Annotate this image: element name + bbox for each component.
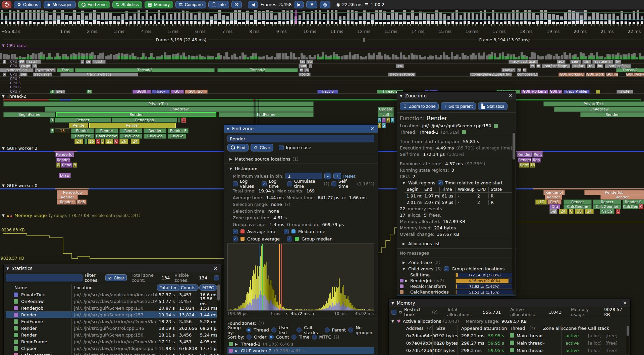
col-mtpc-button[interactable]: MTPC xyxy=(199,284,217,291)
next-frame-button[interactable]: ▶ xyxy=(294,1,304,8)
zone[interactable]: EndFrame xyxy=(219,112,314,117)
clear-button[interactable]: ⊘Clear xyxy=(251,144,273,151)
child-zone-row[interactable]: RecalcTransform72.92 µs (1.62%) xyxy=(400,283,513,289)
zone[interactable]: sel xyxy=(19,73,28,77)
zone[interactable]: Render xyxy=(119,128,142,133)
close-icon[interactable]: × xyxy=(507,93,513,99)
zone[interactable]: surfacefling xyxy=(0,68,34,72)
statistics-button[interactable]: ⇅Statistics xyxy=(112,1,142,8)
restrict-time-checkbox[interactable] xyxy=(391,310,396,315)
child-zone-row[interactable]: Submit35.63 µs (0.79%) xyxy=(400,295,513,296)
zone[interactable]: s xyxy=(309,64,312,68)
group-children-checkbox[interactable]: ✓ xyxy=(444,266,449,271)
zone[interactable]: Render xyxy=(55,118,111,123)
zone[interactable]: Render xyxy=(600,195,644,200)
close-icon[interactable]: × xyxy=(213,265,218,271)
group-by-radio-thread[interactable] xyxy=(246,327,251,332)
messages-button[interactable]: ◆Messages xyxy=(44,1,75,8)
zone[interactable]: Rencer xyxy=(564,199,592,205)
zone[interactable]: tracy_sysn xyxy=(33,73,52,77)
zone[interactable]: racy_systrace xyxy=(508,60,538,64)
zone[interactable]: RenderJob xyxy=(112,118,177,123)
statistics-row[interactable]: Renderjni/../jni/src/guif/Screen.cpp:150… xyxy=(6,331,219,338)
zone[interactable] xyxy=(85,139,87,144)
zone[interactable]: CalcGeo xyxy=(71,134,94,139)
zone[interactable]: Thread-2 xyxy=(616,68,644,72)
time-relative-checkbox[interactable]: ✓ xyxy=(438,180,443,185)
zone[interactable]: BeginFrame xyxy=(3,112,55,117)
zone[interactable]: 99 xyxy=(19,60,25,64)
zone[interactable]: composer@ xyxy=(517,73,538,77)
zone[interactable]: (au xyxy=(300,60,305,64)
alloc-callstack-free[interactable]: [free] xyxy=(605,333,618,338)
group-by-radio-parent[interactable] xyxy=(325,327,330,332)
zone[interactable]: x xyxy=(3,73,6,77)
zone[interactable]: Th xyxy=(50,90,55,94)
frame-label-right[interactable]: Frame 3,194 (13.92 ms) xyxy=(368,37,641,42)
zone[interactable]: 9 xyxy=(73,163,77,168)
zone[interactable]: Render xyxy=(95,128,118,133)
option-checkbox-cumulate-time[interactable] xyxy=(287,181,292,186)
zone[interactable]: 16 xyxy=(575,209,584,214)
matched-source-locations[interactable]: ▶Matched source locations(1) xyxy=(227,156,374,162)
zone[interactable]: au xyxy=(306,60,313,64)
find-zone-window-titlebar[interactable]: ▼Find zone× xyxy=(224,125,378,133)
zone[interactable]: 24 xyxy=(559,209,568,214)
zone[interactable]: C xyxy=(96,139,100,144)
statistics-row[interactable]: EndFramejni/../jni/src/claw/gfx/drv/vk/D… xyxy=(6,318,219,325)
zone[interactable]: RerS xyxy=(547,199,561,205)
zone[interactable]: sen- xyxy=(570,60,581,64)
zone[interactable]: 8 xyxy=(56,163,60,168)
zone-info-scrollbar[interactable] xyxy=(512,132,515,290)
zone[interactable]: 16 xyxy=(88,139,95,144)
statistics-row[interactable]: CalcGeometryjni/../jni/src/claw/graphics… xyxy=(6,352,219,355)
clipped-checkbox[interactable] xyxy=(214,275,219,280)
frame-dropdown-button[interactable]: ▼ xyxy=(306,1,317,8)
filter-zones-input[interactable] xyxy=(6,274,83,281)
zone[interactable]: CalcGeome xyxy=(564,204,592,209)
location-swatch[interactable] xyxy=(494,124,498,128)
zone[interactable]: Tracy Profiler xyxy=(564,90,590,94)
zone[interactable]: -17 xyxy=(535,199,547,205)
info-button[interactable]: iInfo xyxy=(208,1,229,8)
ignore-case-checkbox[interactable] xyxy=(279,145,284,150)
zone[interactable]: surfac xyxy=(572,64,586,68)
zone[interactable]: GGUIF xyxy=(132,90,151,94)
zone[interactable]: Rend xyxy=(61,163,72,168)
zone[interactable]: M xyxy=(87,90,92,94)
zone[interactable]: RenderJob xyxy=(584,190,644,195)
child-zone-row[interactable]: Self time172.14 µs (3.83%) xyxy=(400,272,513,278)
zone[interactable]: 8 xyxy=(101,139,104,144)
child-zone-row[interactable]: CalcRenderNodes51.51 µs (1.15%) xyxy=(400,289,513,295)
zone[interactable]: Thre xyxy=(57,68,74,72)
zone[interactable]: 22 xyxy=(105,139,113,144)
wait-regions-header[interactable]: ▼Wait regions✓Time relative to zone star… xyxy=(400,180,513,186)
reset-button[interactable]: Reset xyxy=(343,174,355,179)
zone[interactable]: RenderJol xyxy=(55,152,74,157)
legend-checkbox-average-time[interactable]: ✓ xyxy=(233,229,238,234)
find-zone-histogram[interactable] xyxy=(227,243,374,311)
memory-allocation-row[interactable]: 0x7dfaa64e00192 bytes298.21 ms59.95 sMai… xyxy=(391,332,628,339)
tools-button[interactable]: ⚒ xyxy=(231,1,242,8)
child-zone-row[interactable]: ▶RenderJob(×2)4.16 ms (92.60%) xyxy=(400,278,513,283)
zone[interactable]: rn xyxy=(523,68,527,72)
thread-swatch[interactable] xyxy=(462,130,466,134)
zone[interactable]: tracy_systrace xyxy=(388,73,416,77)
sort-by-radio-mtpc[interactable] xyxy=(312,335,317,340)
zone[interactable]: se xyxy=(86,60,91,64)
zone[interactable]: kw xyxy=(396,64,404,68)
zone[interactable]: surfaceflin xyxy=(605,64,631,68)
zone[interactable]: T xyxy=(391,118,394,123)
zone[interactable]: Rende xyxy=(69,123,88,128)
memory-allocation-row[interactable]: 0x7e049b3d00128 bytes298.27 ms59.95 sMai… xyxy=(391,339,628,347)
legend-checkbox-group-average[interactable]: ✓ xyxy=(233,236,238,241)
zone[interactable]: PrivateTick xyxy=(3,101,314,106)
statistics-row[interactable]: BeginFramejni/../jni/src/claw/gfx/drv/vk… xyxy=(6,338,219,345)
option-checkbox-log-values[interactable] xyxy=(233,181,238,186)
zone[interactable]: 26 xyxy=(119,139,128,144)
memory-scrollbar[interactable] xyxy=(626,326,629,354)
zone[interactable]: Dra xyxy=(549,204,560,209)
zone[interactable]: GUIF wor xyxy=(185,90,208,94)
zone[interactable]: Update xyxy=(378,107,394,112)
group-by-radio-call-stacks[interactable] xyxy=(297,327,302,332)
